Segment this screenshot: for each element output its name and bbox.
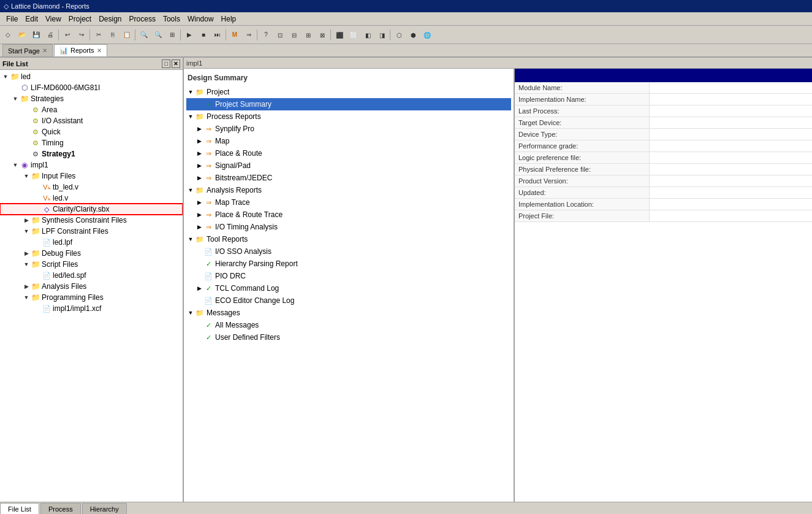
tb-cut[interactable]: ✂ bbox=[92, 28, 105, 42]
tree-item-led-lpf[interactable]: 📄 led.lpf bbox=[0, 237, 183, 248]
r-item-all-messages[interactable]: ✓ All Messages bbox=[186, 319, 511, 331]
tb-r2[interactable]: ⊟ bbox=[287, 28, 301, 42]
r-toggle-process-reports[interactable]: ▼ bbox=[186, 113, 195, 120]
r-toggle-tool-reports[interactable]: ▼ bbox=[186, 236, 195, 242]
tb-route[interactable]: ⇒ bbox=[242, 28, 256, 42]
panel-close[interactable]: ✕ bbox=[172, 59, 180, 68]
bottom-tab-file-list[interactable]: File List bbox=[0, 503, 39, 515]
tree-item-synthesis[interactable]: ▶ 📁 Synthesis Constraint Files bbox=[0, 215, 183, 226]
menu-edit[interactable]: Edit bbox=[21, 13, 42, 25]
tb-r5[interactable]: ⬛ bbox=[333, 28, 346, 42]
r-item-io-timing[interactable]: ▶ ⇒ I/O Timing Analysis bbox=[186, 221, 511, 233]
r-item-project[interactable]: ▼ 📁 Project bbox=[186, 86, 511, 98]
r-toggle-analysis-reports[interactable]: ▼ bbox=[186, 187, 195, 193]
tree-item-lpf-files[interactable]: ▼ 📁 LPF Constraint Files bbox=[0, 226, 183, 237]
tab-start-page[interactable]: Start Page ✕ bbox=[2, 44, 53, 56]
tb-r8[interactable]: ◨ bbox=[375, 28, 389, 42]
tb-stop[interactable]: ■ bbox=[197, 28, 210, 42]
r-item-analysis-reports[interactable]: ▼ 📁 Analysis Reports bbox=[186, 184, 511, 196]
tree-toggle-programming-files[interactable]: ▼ bbox=[22, 293, 31, 302]
tree-toggle-debug-files[interactable]: ▶ bbox=[22, 249, 31, 258]
r-item-messages[interactable]: ▼ 📁 Messages bbox=[186, 307, 511, 319]
tree-item-led-v[interactable]: Vₕ led.v bbox=[0, 193, 183, 204]
tree-item-led-spf[interactable]: 📄 led/led.spf bbox=[0, 270, 183, 281]
tb-new[interactable]: ◇ bbox=[1, 28, 15, 42]
tb-step[interactable]: ⏭ bbox=[211, 28, 224, 42]
tree-item-area[interactable]: ⚙ Area bbox=[0, 104, 183, 115]
tb-map[interactable]: M bbox=[228, 28, 241, 42]
tree-toggle-impl1[interactable]: ▼ bbox=[11, 161, 20, 169]
r-item-hierarchy[interactable]: ✓ Hierarchy Parsing Report bbox=[186, 258, 511, 270]
tb-r4[interactable]: ⊠ bbox=[316, 28, 329, 42]
tb-globe[interactable]: 🌐 bbox=[420, 28, 434, 42]
menu-design[interactable]: Design bbox=[95, 13, 125, 25]
tree-item-lif[interactable]: ⬡ LIF-MD6000-6MG81I bbox=[0, 82, 183, 93]
tb-r7[interactable]: ◧ bbox=[361, 28, 374, 42]
r-item-pio-drc[interactable]: 📄 PIO DRC bbox=[186, 270, 511, 282]
tb-r6[interactable]: ⬜ bbox=[347, 28, 360, 42]
tree-item-tb-led[interactable]: Vₕ tb_led.v bbox=[0, 182, 183, 193]
r-item-project-summary[interactable]: ✓ Project Summary bbox=[186, 98, 511, 110]
panel-maximize[interactable]: □ bbox=[162, 59, 170, 68]
r-item-place-route[interactable]: ▶ ⇒ Place & Route bbox=[186, 147, 511, 159]
r-item-user-filters[interactable]: ✓ User Defined Filters bbox=[186, 331, 511, 343]
tb-r1[interactable]: ⊡ bbox=[273, 28, 287, 42]
r-item-signal-pad[interactable]: ▶ ⇒ Signal/Pad bbox=[186, 159, 511, 172]
tb-play[interactable]: ▶ bbox=[183, 28, 196, 42]
tb-r3[interactable]: ⊞ bbox=[302, 28, 315, 42]
r-item-map-trace[interactable]: ▶ ⇒ Map Trace bbox=[186, 196, 511, 209]
tab-start-page-close[interactable]: ✕ bbox=[42, 47, 47, 54]
tree-item-strategy1[interactable]: ⚙ Strategy1 bbox=[0, 148, 183, 159]
tree-toggle-lpf-files[interactable]: ▼ bbox=[22, 227, 31, 236]
r-toggle-io-timing[interactable]: ▶ bbox=[195, 224, 203, 230]
r-item-process-reports[interactable]: ▼ 📁 Process Reports bbox=[186, 110, 511, 123]
r-toggle-synplify[interactable]: ▶ bbox=[195, 126, 203, 132]
tb-zoom-in[interactable]: 🔍 bbox=[137, 28, 151, 42]
menu-window[interactable]: Window bbox=[184, 13, 218, 25]
r-toggle-map-trace[interactable]: ▶ bbox=[195, 199, 203, 205]
tree-item-programming-files[interactable]: ▼ 📁 Programming Files bbox=[0, 292, 183, 303]
r-item-eco-log[interactable]: 📄 ECO Editor Change Log bbox=[186, 294, 511, 307]
r-item-tool-reports[interactable]: ▼ 📁 Tool Reports bbox=[186, 233, 511, 245]
r-toggle-tcl-log[interactable]: ▶ bbox=[195, 285, 203, 291]
r-toggle-place-route-trace[interactable]: ▶ bbox=[195, 212, 203, 218]
tb-save[interactable]: 💾 bbox=[29, 28, 43, 42]
tree-toggle-led[interactable]: ▼ bbox=[1, 72, 10, 81]
tb-fit[interactable]: ⊞ bbox=[165, 28, 179, 42]
menu-tools[interactable]: Tools bbox=[159, 13, 184, 25]
tree-item-quick[interactable]: ⚙ Quick bbox=[0, 126, 183, 137]
menu-process[interactable]: Process bbox=[126, 13, 159, 25]
tb-zoom-out[interactable]: 🔍 bbox=[151, 28, 165, 42]
r-item-tcl-log[interactable]: ▶ ✓ TCL Command Log bbox=[186, 282, 511, 294]
tree-toggle-synthesis[interactable]: ▶ bbox=[22, 216, 31, 224]
tb-open[interactable]: 📂 bbox=[15, 28, 29, 42]
tb-redo[interactable]: ↪ bbox=[75, 28, 88, 42]
tree-item-impl1-xcf[interactable]: 📄 impl1/impl1.xcf bbox=[0, 303, 183, 314]
r-toggle-bitstream[interactable]: ▶ bbox=[195, 175, 203, 181]
tree-toggle-script-files[interactable]: ▼ bbox=[22, 260, 31, 269]
tree-item-input-files[interactable]: ▼ 📁 Input Files bbox=[0, 171, 183, 182]
tree-item-analysis-files[interactable]: ▶ 📁 Analysis Files bbox=[0, 281, 183, 292]
tb-help[interactable]: ? bbox=[259, 28, 273, 42]
tb-print[interactable]: 🖨 bbox=[44, 28, 57, 42]
tree-item-led[interactable]: ▼ 📁 led bbox=[0, 71, 183, 82]
r-item-place-route-trace[interactable]: ▶ ⇒ Place & Route Trace bbox=[186, 209, 511, 221]
r-toggle-signal-pad[interactable]: ▶ bbox=[195, 163, 203, 169]
r-item-map[interactable]: ▶ ⇒ Map bbox=[186, 135, 511, 147]
tree-toggle-analysis-files[interactable]: ▶ bbox=[22, 282, 31, 291]
tree-item-strategies[interactable]: ▼ 📁 Strategies bbox=[0, 93, 183, 104]
r-toggle-messages[interactable]: ▼ bbox=[186, 310, 195, 316]
tree-item-debug-files[interactable]: ▶ 📁 Debug Files bbox=[0, 248, 183, 259]
tree-item-script-files[interactable]: ▼ 📁 Script Files bbox=[0, 259, 183, 270]
tab-reports[interactable]: 📊 Reports ✕ bbox=[54, 44, 107, 56]
tree-toggle-input-files[interactable]: ▼ bbox=[22, 172, 31, 180]
r-item-synplify[interactable]: ▶ ⇒ Synplify Pro bbox=[186, 123, 511, 135]
bottom-tab-hierarchy[interactable]: Hierarchy bbox=[82, 503, 127, 515]
tb-paste[interactable]: 📋 bbox=[120, 28, 134, 42]
tb-undo[interactable]: ↩ bbox=[61, 28, 74, 42]
r-item-io-sso[interactable]: 📄 I/O SSO Analysis bbox=[186, 245, 511, 258]
tb-copy[interactable]: ⎘ bbox=[106, 28, 120, 42]
bottom-tab-process[interactable]: Process bbox=[40, 503, 81, 515]
tb-r9[interactable]: ⬡ bbox=[392, 28, 406, 42]
tree-item-impl1[interactable]: ▼ ◉ impl1 bbox=[0, 159, 183, 171]
